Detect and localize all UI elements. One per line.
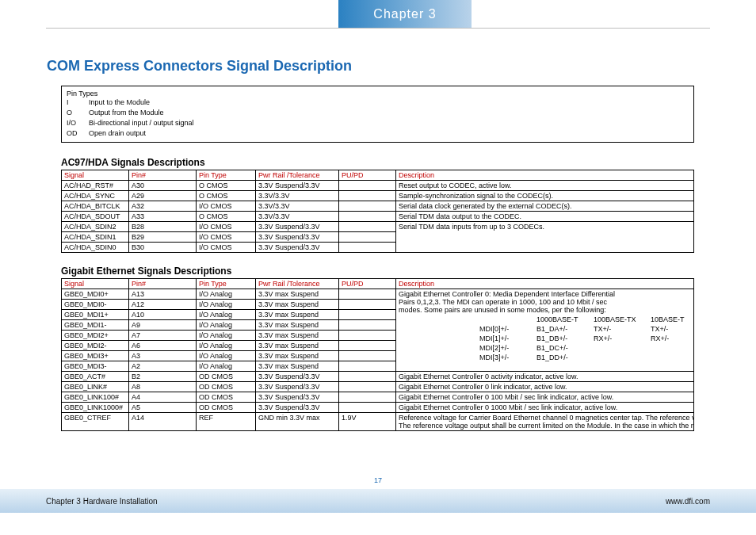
cell-signal: AC/HDA_SYNC xyxy=(62,191,129,201)
cell-pin: A5 xyxy=(129,403,197,413)
cell-signal: GBE0_LINK# xyxy=(62,382,129,392)
pin-type-row: ODOpen drain output xyxy=(67,128,689,139)
cell-rail: 3.3V Suspend/3.3V xyxy=(256,222,339,232)
table-row: AC/HDA_SDIN2B28I/O CMOS3.3V Suspend/3.3V… xyxy=(62,222,694,232)
cell-type: I/O Analog xyxy=(197,289,256,300)
table-row: AC/HDA_BITCLKA32I/O CMOS3.3V/3.3VSerial … xyxy=(62,201,694,212)
pin-type-desc: Input to the Module xyxy=(89,97,150,108)
cell-pin: A33 xyxy=(129,212,197,222)
cell-pupd xyxy=(339,222,396,232)
cell-desc: Serial TDM data output to the CODEC. xyxy=(396,212,694,222)
footer-bar: Chapter 3 Hardware Installation www.dfi.… xyxy=(0,489,756,513)
table-row: GBE0_LINK100#A4OD CMOS3.3V Suspend/3.3VG… xyxy=(62,392,694,403)
cell-pin: B28 xyxy=(129,222,197,232)
cell-type: I/O Analog xyxy=(197,320,256,331)
cell-pin: A13 xyxy=(129,289,197,300)
table-header-row: Signal Pin# Pin Type Pwr Rail /Tolerance… xyxy=(62,170,694,181)
cell-type: OD CMOS xyxy=(197,392,256,403)
cell-pupd xyxy=(339,403,396,413)
cell-pupd xyxy=(339,289,396,300)
cell-type: REF xyxy=(197,413,256,431)
cell-signal: GBE0_MDI3+ xyxy=(62,351,129,361)
table-row: GBE0_CTREFA14REFGND min 3.3V max1.9VRefe… xyxy=(62,413,694,431)
cell-pupd xyxy=(339,300,396,310)
cell-pin: A14 xyxy=(129,413,197,431)
cell-desc: Gigabit Ethernet Controller 0 100 Mbit /… xyxy=(396,392,694,403)
cell-signal: AC/HDA_BITCLK xyxy=(62,201,129,212)
cell-signal: GBE0_MDI0+ xyxy=(62,289,129,300)
cell-pupd xyxy=(339,201,396,212)
cell-type: I/O CMOS xyxy=(197,201,256,212)
content-area: Pin Types IInput to the ModuleOOutput fr… xyxy=(61,86,699,444)
cell-type: I/O CMOS xyxy=(197,243,256,253)
cell-rail: 3.3V Suspend/3.3V xyxy=(256,392,339,403)
cell-rail: 3.3V/3.3V xyxy=(256,212,339,222)
cell-rail: 3.3V Suspend/3.3V xyxy=(256,181,339,191)
table-row: GBE0_LINK#A8OD CMOS3.3V Suspend/3.3VGiga… xyxy=(62,382,694,392)
cell-rail: 3.3V Suspend/3.3V xyxy=(256,382,339,392)
gbe-title: Gigabit Ethernet Signals Descriptions xyxy=(61,266,699,277)
cell-rail: 3.3V max Suspend xyxy=(256,320,339,331)
cell-rail: GND min 3.3V max xyxy=(256,413,339,431)
cell-signal: GBE0_ACT# xyxy=(62,372,129,382)
cell-rail: 3.3V Suspend/3.3V xyxy=(256,403,339,413)
cell-rail: 3.3V max Suspend xyxy=(256,361,339,372)
cell-rail: 3.3V max Suspend xyxy=(256,331,339,341)
cell-type: O CMOS xyxy=(197,212,256,222)
cell-signal: AC/HDA_SDOUT xyxy=(62,212,129,222)
cell-desc: Gigabit Ethernet Controller 0 link indic… xyxy=(396,382,694,392)
cell-pin: A6 xyxy=(129,341,197,351)
th-type: Pin Type xyxy=(197,279,256,289)
cell-pupd xyxy=(339,212,396,222)
cell-rail: 3.3V max Suspend xyxy=(256,341,339,351)
th-signal: Signal xyxy=(62,170,129,181)
pin-type-row: OOutput from the Module xyxy=(67,108,689,118)
cell-pupd xyxy=(339,320,396,331)
page: Chapter 3 COM Express Connectors Signal … xyxy=(0,0,756,535)
cell-pin: A3 xyxy=(129,351,197,361)
table-row: GBE0_LINK1000#A5OD CMOS3.3V Suspend/3.3V… xyxy=(62,403,694,413)
footer-right: www.dfi.com xyxy=(666,497,710,506)
cell-pupd xyxy=(339,361,396,372)
cell-pin: A12 xyxy=(129,300,197,310)
cell-desc: Reference voltage for Carrier Board Ethe… xyxy=(396,413,694,431)
cell-pupd xyxy=(339,232,396,243)
page-title: COM Express Connectors Signal Descriptio… xyxy=(47,58,352,75)
cell-pupd xyxy=(339,243,396,253)
th-desc: Description xyxy=(396,170,694,181)
cell-signal: GBE0_MDI1+ xyxy=(62,310,129,320)
cell-desc: Reset output to CODEC, active low. xyxy=(396,181,694,191)
cell-desc: Gigabit Ethernet Controller 0: Media Dep… xyxy=(396,289,694,372)
cell-pin: B30 xyxy=(129,243,197,253)
cell-rail: 3.3V/3.3V xyxy=(256,191,339,201)
table-row: AC/HDA_SDOUTA33O CMOS3.3V/3.3VSerial TDM… xyxy=(62,212,694,222)
cell-rail: 3.3V max Suspend xyxy=(256,310,339,320)
cell-pin: A30 xyxy=(129,181,197,191)
cell-type: OD CMOS xyxy=(197,403,256,413)
th-pin: Pin# xyxy=(129,170,197,181)
cell-rail: 3.3V max Suspend xyxy=(256,351,339,361)
pin-type-desc: Bi-directional input / output signal xyxy=(89,118,194,128)
pin-type-desc: Output from the Module xyxy=(89,108,164,118)
th-rail: Pwr Rail /Tolerance xyxy=(256,170,339,181)
cell-rail: 3.3V Suspend/3.3V xyxy=(256,243,339,253)
cell-pupd xyxy=(339,382,396,392)
cell-type: I/O CMOS xyxy=(197,222,256,232)
table-row: GBE0_MDI0+A13I/O Analog3.3V max SuspendG… xyxy=(62,289,694,300)
cell-type: I/O Analog xyxy=(197,351,256,361)
pin-type-abbr: I/O xyxy=(67,118,89,128)
mdi-subtable: 1000BASE-T100BASE-TX10BASE-TMDI[0]+/-B1_… xyxy=(478,314,694,363)
cell-pupd xyxy=(339,310,396,320)
cell-signal: AC/HAD_RST# xyxy=(62,181,129,191)
cell-desc: Serial data clock generated by the exter… xyxy=(396,201,694,212)
cell-signal: GBE0_CTREF xyxy=(62,413,129,431)
header-rule xyxy=(46,28,710,29)
cell-type: O CMOS xyxy=(197,191,256,201)
cell-rail: 3.3V/3.3V xyxy=(256,201,339,212)
cell-pin: A9 xyxy=(129,320,197,331)
pin-type-row: IInput to the Module xyxy=(67,97,689,108)
cell-pupd xyxy=(339,191,396,201)
cell-signal: GBE0_MDI1- xyxy=(62,320,129,331)
cell-type: O CMOS xyxy=(197,181,256,191)
cell-rail: 3.3V max Suspend xyxy=(256,289,339,300)
